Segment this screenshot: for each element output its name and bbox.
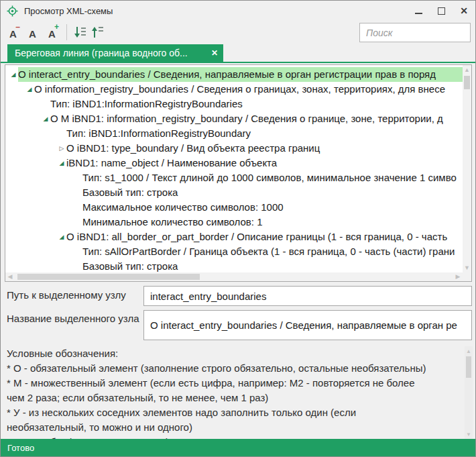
vertical-scroll-thumb[interactable] <box>464 76 470 89</box>
tree-row[interactable]: Минимальное количество символов: 1 <box>5 215 463 230</box>
search-box <box>359 23 471 42</box>
expanded-arrow-icon[interactable] <box>57 156 66 170</box>
expand-all-levels-icon <box>73 26 86 39</box>
close-button[interactable]: ✕ <box>453 1 475 21</box>
tree-row[interactable]: Тип: s1_1000 / Текст длиной до 1000 симв… <box>5 170 463 185</box>
name-label: Название выделенного узла <box>7 311 141 325</box>
geodetic-point-icon <box>7 5 18 17</box>
legend: Условные обозначения: * О - обязательный… <box>7 346 463 440</box>
tab-strip: Береговая линия (граница водного об... ✕ <box>1 44 475 63</box>
status-text: Готово <box>7 443 34 453</box>
tree-row[interactable]: Тип: sAllOrPartBorder / Граница объекта … <box>5 244 463 259</box>
window-controls: ✕ <box>407 1 475 21</box>
scroll-down-icon[interactable]: ▼ <box>463 263 471 272</box>
horizontal-scroll-thumb[interactable] <box>17 274 200 280</box>
font-default-button[interactable]: A <box>23 23 42 41</box>
tab-schema[interactable]: Береговая линия (граница водного об... ✕ <box>7 44 223 62</box>
tree-row[interactable]: О М iBND1: information_registry_boundary… <box>5 111 463 126</box>
tree-row[interactable]: iBND1: name_object / Наименование объект… <box>5 156 463 170</box>
path-input[interactable] <box>143 286 472 306</box>
tab-close-icon[interactable]: ✕ <box>206 48 223 58</box>
collapsed-arrow-icon[interactable] <box>57 141 66 156</box>
scrollbar-corner <box>463 272 471 281</box>
minimize-icon <box>415 13 422 14</box>
minimize-button[interactable] <box>407 1 430 21</box>
toolbar: A – A A + <box>1 21 475 44</box>
legend-scroll-thumb[interactable] <box>466 356 471 378</box>
title-bar: Просмотр XML-схемы ✕ <box>1 1 475 21</box>
legend-line: * М - множественный элемент (если есть ц… <box>7 376 463 391</box>
legend-line: чем 2 раза; если обязательный, то не мен… <box>7 391 463 405</box>
tree-row[interactable]: Базовый тип: строка <box>5 185 463 200</box>
collapse-all-levels-icon <box>91 26 104 39</box>
window-title: Просмотр XML-схемы <box>24 6 113 16</box>
expand-all-button[interactable] <box>71 23 88 41</box>
tree-row[interactable]: О iBND1: all_border_or_part_border / Опи… <box>5 230 463 244</box>
expanded-arrow-icon[interactable] <box>41 111 50 126</box>
expanded-arrow-icon[interactable] <box>25 82 34 97</box>
legend-line: необязательный, то можно и ни одного) <box>7 420 463 435</box>
tree-row[interactable]: Тип: iBND1:InformationRegistryBoundary <box>5 126 463 141</box>
toolbar-separator <box>66 24 67 40</box>
search-input[interactable] <box>360 28 476 38</box>
plus-icon: + <box>54 23 59 30</box>
close-icon: ✕ <box>460 5 468 16</box>
tree-row[interactable]: Максимальное количество символов: 1000 <box>5 200 463 215</box>
expanded-arrow-icon[interactable] <box>9 67 18 82</box>
font-default-label: A <box>29 28 36 41</box>
tab-label: Береговая линия (граница водного об... <box>7 48 206 58</box>
legend-line: * О - обязательный элемент (заполнение с… <box>7 361 463 376</box>
legend-title: Условные обозначения: <box>7 346 463 361</box>
schema-tree: О interact_entry_boundaries / Сведения, … <box>5 67 463 274</box>
vertical-scrollbar[interactable]: ▲ ▼ <box>463 65 471 272</box>
scroll-up-icon[interactable]: ▲ <box>463 65 471 74</box>
scroll-right-icon[interactable]: ▶ <box>453 272 463 281</box>
legend-line: * У - из нескольких соседних элементов н… <box>7 405 463 420</box>
expanded-arrow-icon[interactable] <box>57 230 66 244</box>
status-bar: Готово <box>1 439 475 456</box>
collapse-all-button[interactable] <box>88 23 106 41</box>
maximize-icon <box>438 7 445 15</box>
xml-schema-viewer-window: Просмотр XML-схемы ✕ A – A A + <box>0 0 476 457</box>
path-label: Путь к выделенному узлу <box>7 289 126 301</box>
font-increase-button[interactable]: A + <box>43 23 61 41</box>
scroll-up-icon[interactable]: ▲ <box>465 348 473 356</box>
horizontal-scrollbar[interactable]: ◀ ▶ <box>5 272 463 281</box>
legend-scrollbar[interactable]: ▲ ▼ <box>465 346 473 440</box>
font-decrease-button[interactable]: A – <box>4 23 22 41</box>
tree-row[interactable]: О information_registry_boundaries / Свед… <box>5 82 463 97</box>
tree-row[interactable]: Тип: iBND1:InformationRegistryBoundaries <box>5 97 463 111</box>
schema-tree-panel: О interact_entry_boundaries / Сведения, … <box>5 64 472 282</box>
minus-icon: – <box>15 23 20 30</box>
name-input[interactable] <box>143 310 472 340</box>
tree-row[interactable]: О interact_entry_boundaries / Сведения, … <box>5 67 463 82</box>
tree-row[interactable]: О iBND1: type_boundary / Вид объекта рее… <box>5 141 463 156</box>
scroll-left-icon[interactable]: ◀ <box>5 272 15 281</box>
scroll-down-icon[interactable]: ▼ <box>465 431 473 439</box>
tree-row[interactable]: Базовый тип: строка <box>5 259 463 274</box>
maximize-button[interactable] <box>430 1 453 21</box>
